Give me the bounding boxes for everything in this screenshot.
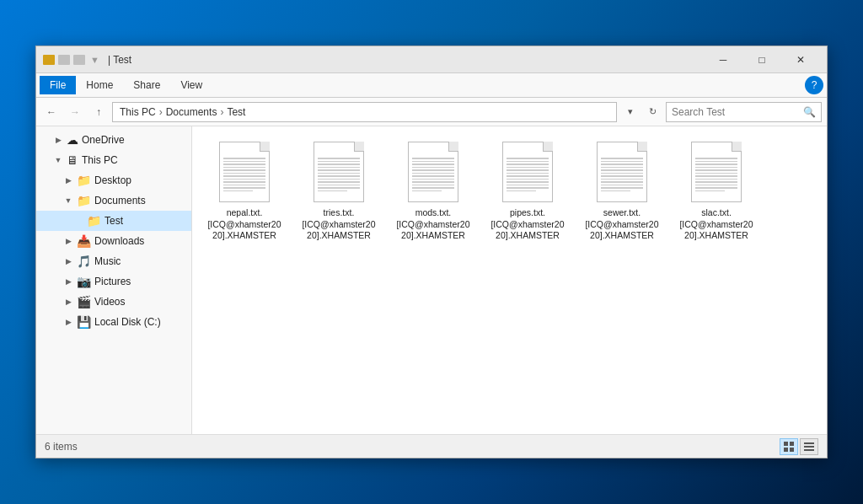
file-line: [507, 173, 549, 174]
window-title: | Test: [108, 54, 704, 66]
file-icon: [501, 140, 555, 204]
ribbon-tabs: File Home Share View ?: [36, 73, 827, 97]
up-button[interactable]: ↑: [88, 102, 109, 122]
thispc-icon: 🖥: [67, 153, 78, 167]
sidebar-item-thispc[interactable]: ▼ 🖥 This PC: [36, 150, 191, 170]
file-line: [695, 173, 737, 174]
path-sep-1: ›: [159, 106, 163, 118]
tab-view[interactable]: View: [170, 76, 212, 94]
sidebar-item-downloads[interactable]: ▶ 📥 Downloads: [36, 231, 191, 251]
file-line: [318, 190, 347, 192]
file-line: [223, 190, 253, 192]
file-line: [695, 185, 737, 186]
file-line: [318, 181, 360, 183]
svg-rect-5: [804, 446, 814, 448]
file-line: [695, 167, 737, 169]
sidebar-item-pictures[interactable]: ▶ 📷 Pictures: [36, 271, 191, 292]
sidebar-item-localdisk[interactable]: ▶ 💾 Local Disk (C:): [36, 312, 191, 332]
file-item-1[interactable]: tries.txt.[ICQ@xhamster2020].XHAMSTER: [297, 137, 381, 245]
path-dropdown-button[interactable]: ▾: [620, 102, 641, 122]
list-view-icon: [804, 442, 814, 452]
file-line: [695, 158, 737, 159]
pictures-arrow: ▶: [63, 277, 73, 286]
file-name: nepal.txt.[ICQ@xhamster2020].XHAMSTER: [206, 207, 283, 242]
help-button[interactable]: ?: [805, 76, 823, 94]
music-icon: 🎵: [77, 255, 91, 268]
test-label: Test: [105, 215, 123, 227]
file-item-0[interactable]: nepal.txt.[ICQ@xhamster2020].XHAMSTER: [202, 137, 287, 245]
file-item-2[interactable]: mods.txt.[ICQ@xhamster2020].XHAMSTER: [391, 137, 475, 245]
file-line: [412, 161, 454, 163]
path-thispc: This PC: [120, 106, 156, 118]
back-button[interactable]: ←: [41, 102, 62, 122]
thispc-label: This PC: [82, 154, 118, 166]
onedrive-icon: ☁: [67, 133, 78, 147]
test-icon: 📁: [87, 214, 101, 228]
list-view-button[interactable]: [800, 438, 818, 455]
file-line: [412, 187, 454, 189]
forward-button[interactable]: →: [65, 102, 85, 122]
file-line: [695, 187, 737, 189]
file-line: [507, 185, 549, 186]
file-line: [601, 169, 643, 171]
sidebar-item-desktop[interactable]: ▶ 📁 Desktop: [36, 170, 191, 190]
file-line: [601, 164, 643, 165]
title-bar-buttons: ─ □ ✕: [704, 46, 820, 73]
file-line: [601, 161, 643, 163]
file-line: [601, 173, 643, 174]
ribbon: File Home Share View ?: [36, 73, 827, 98]
redo-icon: [73, 55, 85, 65]
tab-home[interactable]: Home: [76, 76, 123, 94]
close-button[interactable]: ✕: [781, 46, 820, 73]
file-line: [223, 167, 265, 169]
file-line: [412, 173, 454, 174]
title-separator: ▼: [90, 55, 99, 65]
sidebar-item-documents[interactable]: ▼ 📁 Documents: [36, 190, 191, 211]
file-icon: [595, 140, 649, 204]
onedrive-label: OneDrive: [82, 134, 125, 146]
file-icon: [689, 140, 743, 204]
file-item-5[interactable]: slac.txt.[ICQ@xhamster2020].XHAMSTER: [674, 137, 758, 245]
file-line: [318, 179, 360, 180]
search-box[interactable]: 🔍: [666, 102, 822, 122]
file-line: [223, 175, 265, 177]
localdisk-arrow: ▶: [63, 318, 73, 326]
file-line: [601, 179, 643, 180]
file-name: sewer.txt.[ICQ@xhamster2020].XHAMSTER: [583, 207, 661, 242]
maximize-button[interactable]: □: [742, 46, 781, 73]
file-line: [601, 187, 643, 189]
sidebar-item-videos[interactable]: ▶ 🎬 Videos: [36, 292, 191, 312]
file-item-4[interactable]: sewer.txt.[ICQ@xhamster2020].XHAMSTER: [580, 137, 664, 245]
file-line: [223, 187, 265, 189]
file-line: [318, 164, 360, 165]
svg-rect-2: [784, 448, 788, 452]
address-path[interactable]: This PC › Documents › Test: [112, 102, 617, 122]
file-corner: [260, 142, 270, 152]
file-line: [223, 181, 265, 183]
music-label: Music: [94, 255, 121, 267]
minimize-button[interactable]: ─: [704, 46, 742, 73]
file-line: [223, 161, 265, 163]
sidebar: ▶ ☁ OneDrive ▼ 🖥 This PC ▶ 📁 Desktop ▼ 📁…: [36, 126, 192, 434]
sidebar-item-onedrive[interactable]: ▶ ☁ OneDrive: [36, 130, 191, 150]
onedrive-arrow: ▶: [53, 136, 63, 144]
grid-view-button[interactable]: [780, 438, 798, 455]
sidebar-item-music[interactable]: ▶ 🎵 Music: [36, 251, 191, 271]
search-input[interactable]: [672, 106, 800, 118]
file-line: [318, 185, 360, 186]
desktop-arrow: ▶: [63, 176, 73, 185]
file-line: [223, 164, 265, 165]
status-bar: 6 items: [36, 434, 827, 458]
file-item-3[interactable]: pipes.txt.[ICQ@xhamster2020].XHAMSTER: [485, 137, 570, 245]
file-line: [318, 158, 360, 159]
sidebar-item-test[interactable]: 📁 Test: [36, 211, 191, 231]
desktop-icon: 📁: [77, 174, 91, 187]
svg-rect-1: [790, 442, 794, 446]
file-icon: [217, 140, 271, 204]
tab-file[interactable]: File: [40, 76, 76, 94]
file-line: [601, 167, 643, 169]
file-line: [318, 169, 360, 171]
file-line: [507, 179, 549, 180]
refresh-button[interactable]: ↻: [642, 102, 662, 122]
tab-share[interactable]: Share: [123, 76, 170, 94]
